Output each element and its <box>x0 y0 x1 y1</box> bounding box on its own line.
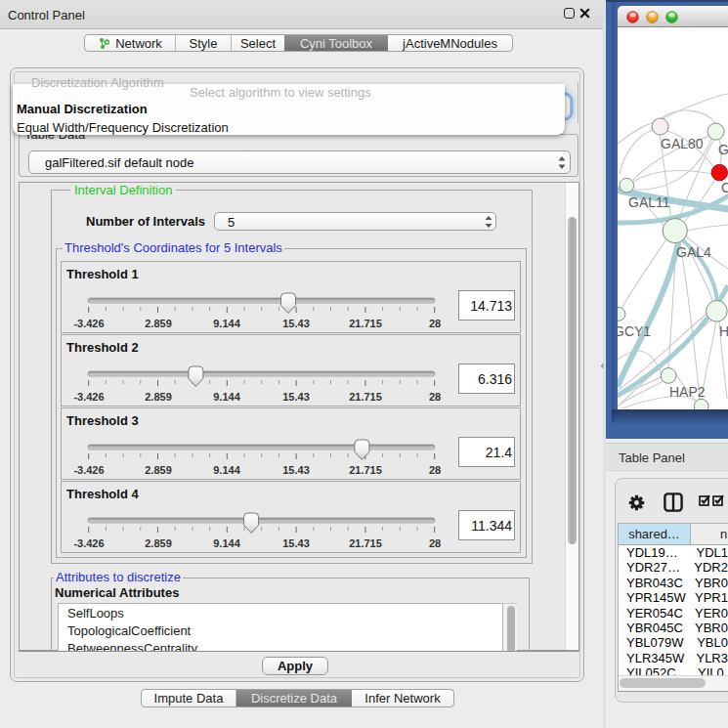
svg-text:GAL80: GAL80 <box>661 136 704 151</box>
svg-text:C: C <box>721 180 728 195</box>
svg-text:H: H <box>719 323 728 339</box>
svg-text:HAP2: HAP2 <box>669 384 706 400</box>
svg-text:GCY1: GCY1 <box>618 323 651 339</box>
svg-text:GAL11: GAL11 <box>628 194 670 210</box>
svg-text:GAL4: GAL4 <box>676 244 711 260</box>
svg-text:GA: GA <box>718 142 728 157</box>
